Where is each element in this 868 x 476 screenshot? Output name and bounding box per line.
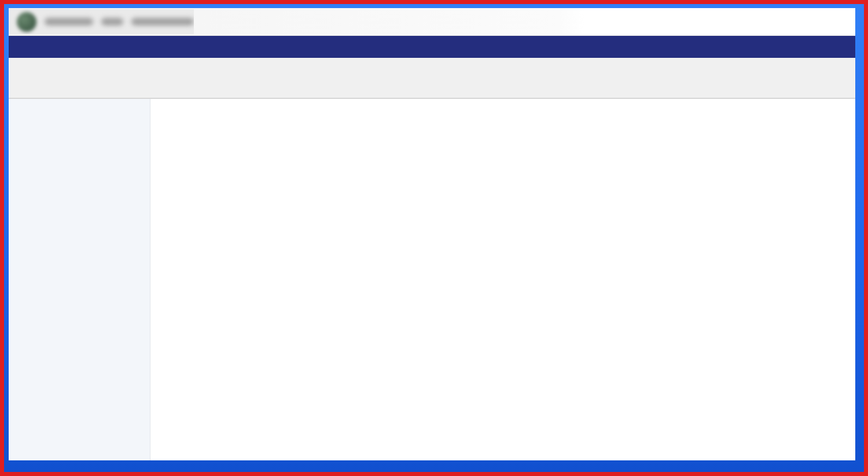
menu-bar xyxy=(9,36,855,58)
outer-red-border xyxy=(0,0,868,476)
window-title-blurred xyxy=(9,9,194,34)
blurred-title-text xyxy=(101,18,123,25)
toolbar xyxy=(9,58,855,99)
blurred-title-text xyxy=(131,18,194,25)
window-frame xyxy=(4,4,864,472)
main-content xyxy=(150,99,855,460)
body-row xyxy=(9,99,855,460)
title-bar xyxy=(9,8,855,36)
sidebar xyxy=(9,99,150,460)
app-logo-blurred-icon xyxy=(17,12,36,32)
app-window xyxy=(9,8,855,460)
blurred-title-text xyxy=(45,18,93,25)
